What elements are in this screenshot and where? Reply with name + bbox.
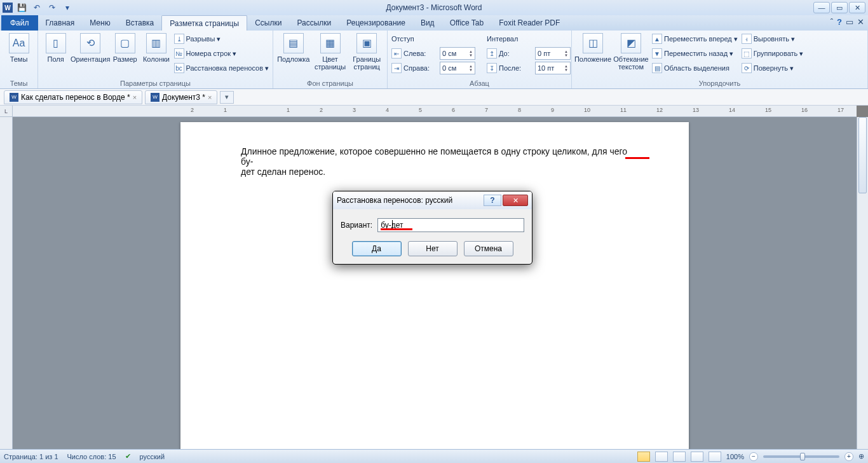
no-button[interactable]: Нет — [408, 241, 458, 256]
line-numbers-button[interactable]: №Номера строк ▾ — [174, 46, 269, 60]
draft-view-button[interactable] — [709, 452, 721, 462]
rotate-button[interactable]: ⟳Повернуть ▾ — [742, 61, 804, 75]
tab-home[interactable]: Главная — [38, 15, 83, 31]
orientation-button[interactable]: ⟲Ориентация — [73, 32, 107, 63]
spacing-before-label: До: — [499, 50, 533, 57]
tab-foxit[interactable]: Foxit Reader PDF — [491, 15, 567, 31]
size-button[interactable]: ▢Размер — [111, 32, 139, 63]
indent-left-spinner[interactable]: 0 см▲▼ — [440, 47, 475, 60]
position-button[interactable]: ◫Положение — [576, 32, 610, 63]
spacing-before-spinner[interactable]: 0 пт▲▼ — [535, 47, 571, 60]
ribbon-display-icon[interactable]: ▭ — [846, 17, 853, 27]
margins-label: Поля — [48, 55, 64, 63]
word-app-icon: W — [3, 3, 13, 13]
status-bar: Страница: 1 из 1 Число слов: 15 ✔ русски… — [0, 449, 868, 463]
indent-right-spinner[interactable]: 0 см▲▼ — [440, 62, 475, 74]
page-status[interactable]: Страница: 1 из 1 — [4, 453, 58, 460]
vertical-ruler[interactable] — [0, 117, 13, 449]
themes-button[interactable]: Aa Темы — [4, 32, 34, 63]
send-backward-button[interactable]: ▼Переместить назад ▾ — [652, 46, 738, 60]
orientation-label: Ориентация — [71, 55, 110, 63]
help-icon[interactable]: ? — [837, 17, 842, 27]
zoom-slider[interactable] — [763, 455, 839, 458]
vertical-scrollbar[interactable] — [857, 117, 868, 449]
dialog-help-button[interactable]: ? — [484, 195, 501, 206]
outline-view-button[interactable] — [691, 452, 703, 462]
wrap-text-button[interactable]: ◩Обтекание текстом — [614, 32, 648, 71]
columns-label: Колонки — [143, 55, 170, 63]
language-status[interactable]: русский — [140, 453, 165, 460]
document-tab-1[interactable]: W Как сделать перенос в Ворде * × — [4, 90, 142, 104]
yes-button[interactable]: Да — [352, 241, 402, 256]
breaks-label: Разрывы — [186, 35, 215, 43]
zoom-out-button[interactable]: − — [749, 452, 758, 461]
dialog-close-button[interactable]: ✕ — [503, 195, 528, 206]
close-button[interactable]: ✕ — [849, 2, 865, 13]
close-tab-icon[interactable]: × — [208, 93, 212, 101]
ribbon: Aa Темы Темы ▯Поля ⟲Ориентация ▢Размер ▥… — [0, 31, 868, 89]
spell-check-icon[interactable]: ✔ — [125, 452, 131, 460]
document-tab-2[interactable]: W Документ3 * × — [145, 90, 217, 104]
tab-review[interactable]: Рецензирование — [339, 15, 413, 31]
tab-view[interactable]: Вид — [413, 15, 442, 31]
save-icon[interactable]: 💾 — [15, 2, 28, 13]
zoom-percent[interactable]: 100% — [726, 453, 744, 460]
variant-label: Вариант: — [341, 221, 372, 230]
quick-access-toolbar: 💾 ↶ ↷ ▾ — [15, 2, 74, 13]
close-tab-icon[interactable]: × — [133, 93, 137, 101]
align-button[interactable]: ⫞Выровнять ▾ — [742, 32, 804, 46]
page[interactable]: Длинное предложение, которое совершенно … — [180, 122, 689, 449]
document-canvas[interactable]: Длинное предложение, которое совершенно … — [13, 117, 857, 449]
new-document-tab[interactable]: ▾ — [220, 91, 234, 104]
zoom-fit-icon[interactable]: ⊕ — [858, 452, 864, 460]
page-color-label: Цвет страницы — [314, 55, 347, 71]
close-doc-icon[interactable]: ✕ — [857, 17, 864, 27]
size-icon: ▢ — [115, 33, 135, 53]
file-tab[interactable]: Файл — [1, 15, 38, 31]
ribbon-minimize-icon[interactable]: ˆ — [831, 17, 833, 27]
zoom-in-button[interactable]: + — [844, 452, 853, 461]
undo-icon[interactable]: ↶ — [31, 2, 43, 13]
full-screen-reading-view-button[interactable] — [655, 452, 668, 462]
restore-button[interactable]: ▭ — [831, 2, 848, 13]
tab-insert[interactable]: Вставка — [118, 15, 162, 31]
page-borders-button[interactable]: ▣Границы страниц — [350, 32, 383, 71]
margins-icon: ▯ — [46, 33, 66, 53]
qat-customize-icon[interactable]: ▾ — [61, 2, 74, 13]
zoom-slider-thumb[interactable] — [800, 453, 805, 460]
group-button[interactable]: ⬚Группировать ▾ — [742, 46, 804, 60]
dialog-titlebar[interactable]: Расстановка переносов: русский ? ✕ — [333, 191, 532, 209]
word-count[interactable]: Число слов: 15 — [67, 453, 116, 460]
indent-left-icon: ⇤ — [391, 48, 402, 59]
page-color-button[interactable]: ▦Цвет страницы — [314, 32, 347, 71]
page-borders-label: Границы страниц — [350, 55, 383, 71]
print-layout-view-button[interactable] — [637, 452, 650, 462]
web-layout-view-button[interactable] — [673, 452, 686, 462]
watermark-label: Подложка — [277, 55, 309, 63]
indent-right-icon: ⇥ — [391, 63, 402, 73]
selection-pane-button[interactable]: ▤Область выделения — [652, 61, 738, 75]
group-arrange-name: Упорядочить — [572, 79, 867, 87]
bring-forward-button[interactable]: ▲Переместить вперед ▾ — [652, 32, 738, 46]
spacing-after-value: 10 пт — [538, 64, 554, 72]
tab-menu[interactable]: Меню — [82, 15, 118, 31]
watermark-button[interactable]: ▤Подложка — [277, 32, 310, 63]
variant-input[interactable]: бу-дет — [377, 218, 524, 232]
hyphenation-button[interactable]: bcРасстановка переносов ▾ — [174, 61, 269, 75]
tab-selector[interactable]: L — [0, 106, 13, 117]
group-page-bg-name: Фон страницы — [273, 79, 387, 87]
tab-office-tab[interactable]: Office Tab — [442, 15, 492, 31]
columns-button[interactable]: ▥Колонки — [142, 32, 170, 63]
yes-label: Да — [372, 244, 381, 253]
breaks-button[interactable]: ⤓Разрывы ▾ — [174, 32, 269, 46]
redo-icon[interactable]: ↷ — [46, 2, 58, 13]
minimize-button[interactable]: — — [813, 2, 830, 13]
cancel-button[interactable]: Отмена — [464, 241, 513, 256]
tab-page-layout[interactable]: Разметка страницы — [161, 15, 247, 31]
margins-button[interactable]: ▯Поля — [42, 32, 69, 63]
spacing-after-spinner[interactable]: 10 пт▲▼ — [535, 62, 571, 74]
tab-references[interactable]: Ссылки — [247, 15, 289, 31]
tab-mailings[interactable]: Рассылки — [289, 15, 339, 31]
scroll-thumb[interactable] — [858, 117, 867, 193]
horizontal-ruler[interactable]: 211234567891011121314151617 — [13, 106, 857, 117]
